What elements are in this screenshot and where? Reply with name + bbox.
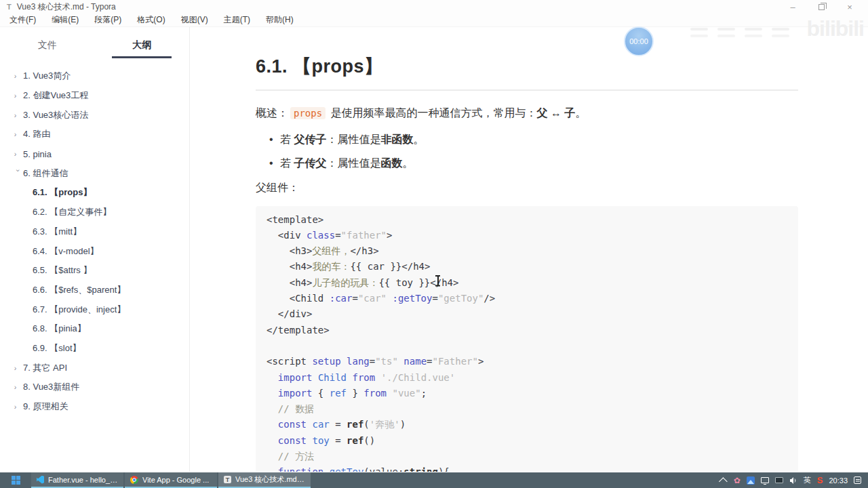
outline-item[interactable]: ›8. Vue3新组件 (0, 378, 189, 397)
tab-files[interactable]: 文件 (0, 35, 95, 58)
bullet-item: 若 父传子：属性值是非函数。 (269, 131, 798, 147)
outline-item[interactable]: ›4. 路由 (0, 125, 189, 144)
recording-time: 00:00 (629, 37, 648, 45)
outline-item-label: 6.3. 【mitt】 (33, 226, 81, 238)
father-label: 父组件： (256, 179, 798, 197)
recording-timer-widget[interactable]: 00:00 (624, 26, 654, 56)
taskbar-window-chrome[interactable]: Vite App - Google ... (125, 472, 217, 488)
outline-item-label: 6.2. 【自定义事件】 (33, 206, 111, 218)
app-main: 文件 大纲 ›1. Vue3简介›2. 创建Vue3工程›3. Vue3核心语法… (0, 27, 868, 472)
taskbar-window-vscode[interactable]: Father.vue - hello_v... (31, 472, 123, 488)
outline-item[interactable]: 6.6. 【$refs、$parent】 (0, 281, 189, 300)
outline-item[interactable]: 6.9. 【slot】 (0, 339, 189, 359)
outline-item-label: 8. Vue3新组件 (23, 381, 79, 393)
sogou-icon[interactable]: S (817, 475, 823, 485)
code-line: <h3>父组件，</h3> (267, 245, 787, 261)
photos-app-icon[interactable] (747, 476, 755, 485)
battery-icon[interactable] (775, 477, 783, 483)
code-line: function getToy(value:string){ (267, 466, 787, 472)
outline-item[interactable]: 6.2. 【自定义事件】 (0, 203, 189, 222)
windows-logo-icon (12, 476, 20, 485)
outline-item-label: 3. Vue3核心语法 (23, 109, 88, 121)
code-line: <h4>儿子给的玩具：{{ toy }}</h4> (267, 277, 787, 293)
outline-item[interactable]: ›1. Vue3简介 (0, 66, 189, 86)
display-icon[interactable] (761, 477, 769, 483)
chevron-right-icon[interactable]: › (14, 110, 23, 119)
tray-expand-icon[interactable] (719, 477, 728, 486)
code-line: // 方法 (267, 451, 787, 466)
code-line: <div class="father"> (267, 230, 787, 245)
outline-item-label: 6.8. 【pinia】 (33, 323, 86, 335)
chevron-right-icon[interactable]: › (14, 130, 23, 139)
chevron-right-icon[interactable]: › (14, 92, 23, 100)
text-cursor (435, 275, 441, 286)
sidebar: 文件 大纲 ›1. Vue3简介›2. 创建Vue3工程›3. Vue3核心语法… (0, 27, 190, 472)
menu-item[interactable]: 视图(V) (174, 14, 215, 26)
menu-item[interactable]: 段落(P) (87, 14, 128, 26)
speaker-icon[interactable] (789, 476, 797, 485)
outline-item[interactable]: ›2. 创建Vue3工程 (0, 86, 189, 106)
chevron-down-icon[interactable]: › (14, 169, 23, 178)
chevron-right-icon[interactable]: › (14, 403, 23, 411)
menu-bar: 文件(F)编辑(E)段落(P)格式(O)视图(V)主题(T)帮助(H) (0, 14, 868, 27)
code-line: const toy = ref() (267, 435, 787, 451)
outline-item-label: 6.4. 【v-model】 (33, 245, 99, 258)
outline-item[interactable]: 6.4. 【v-model】 (0, 241, 189, 261)
clock[interactable]: 20:33 (829, 476, 848, 485)
window-title: Vue3 核心技术.md - Typora (17, 1, 116, 13)
outline-item-label: 5. pinia (23, 149, 52, 159)
menu-item[interactable]: 格式(O) (130, 14, 172, 26)
outline-item-label: 6.6. 【$refs、$parent】 (33, 284, 125, 296)
chevron-right-icon[interactable]: › (14, 383, 23, 392)
outline-item-label: 9. 原理相关 (23, 401, 68, 413)
taskbar-window-label: Father.vue - hello_v... (48, 476, 118, 484)
outline-item[interactable]: ›7. 其它 API (0, 358, 189, 378)
minimize-button[interactable]: – (778, 0, 807, 14)
code-line: // 数据 (267, 403, 787, 419)
bullet-list: 若 父传子：属性值是非函数。 若 子传父：属性值是函数。 (269, 131, 798, 171)
window-controls: – × (778, 0, 864, 14)
outline-item[interactable]: 6.5. 【$attrs 】 (0, 261, 189, 281)
chrome-icon (130, 476, 138, 484)
outline-item-label: 6.9. 【slot】 (33, 342, 81, 354)
outline-item-label: 6.1. 【props】 (33, 186, 92, 199)
chevron-right-icon[interactable]: › (14, 363, 23, 372)
taskbar-window-label: Vue3 核心技术.md - ... (235, 474, 305, 485)
outline-item[interactable]: 6.1. 【props】 (0, 183, 189, 203)
outline-item[interactable]: 6.7. 【provide、inject】 (0, 300, 189, 319)
section-heading: 6.1. 【props】 (256, 54, 798, 79)
code-line: import Child from './Child.vue' (267, 372, 787, 388)
outline-item[interactable]: ›9. 原理相关 (0, 397, 189, 417)
menu-item[interactable]: 帮助(H) (259, 14, 300, 26)
code-line: <script setup lang="ts" name="Father"> (267, 356, 787, 371)
title-bar: T Vue3 核心技术.md - Typora – × (0, 0, 868, 14)
outline-item[interactable]: ›6. 组件通信 (0, 163, 189, 183)
code-block[interactable]: <template> <div class="father"> <h3>父组件，… (256, 206, 798, 472)
taskbar-window-typora[interactable]: TVue3 核心技术.md - ... (218, 472, 311, 488)
editor-content[interactable]: 6.1. 【props】 概述：props 是使用频率最高的一种通信方式，常用与… (190, 27, 868, 472)
taskbar: Father.vue - hello_v...Vite App - Google… (0, 472, 868, 488)
outline-item-label: 7. 其它 API (23, 362, 67, 374)
tab-outline[interactable]: 大纲 (95, 35, 190, 58)
document: 6.1. 【props】 概述：props 是使用频率最高的一种通信方式，常用与… (256, 54, 798, 472)
outline-item[interactable]: ›5. pinia (0, 144, 189, 164)
heading-divider (256, 89, 798, 91)
sidebar-tabs: 文件 大纲 (0, 35, 189, 58)
outline-item[interactable]: 6.8. 【pinia】 (0, 319, 189, 339)
chevron-right-icon[interactable]: › (14, 150, 23, 159)
outline-item[interactable]: ›3. Vue3核心语法 (0, 105, 189, 125)
menu-item[interactable]: 编辑(E) (45, 14, 85, 26)
typora-app-icon: T (7, 3, 12, 11)
menu-item[interactable]: 文件(F) (3, 14, 43, 26)
outline-item[interactable]: 6.3. 【mitt】 (0, 222, 189, 242)
ime-indicator[interactable]: 英 (804, 475, 811, 485)
action-center-icon[interactable] (854, 476, 861, 484)
outline-item-label: 2. 创建Vue3工程 (23, 89, 88, 102)
chevron-right-icon[interactable]: › (14, 72, 23, 81)
vscode-icon (37, 476, 44, 484)
flower-app-icon[interactable]: ✿ (734, 476, 741, 485)
close-button[interactable]: × (835, 0, 864, 14)
start-button[interactable] (0, 472, 31, 488)
menu-item[interactable]: 主题(T) (217, 14, 257, 26)
maximize-button[interactable] (807, 0, 835, 14)
